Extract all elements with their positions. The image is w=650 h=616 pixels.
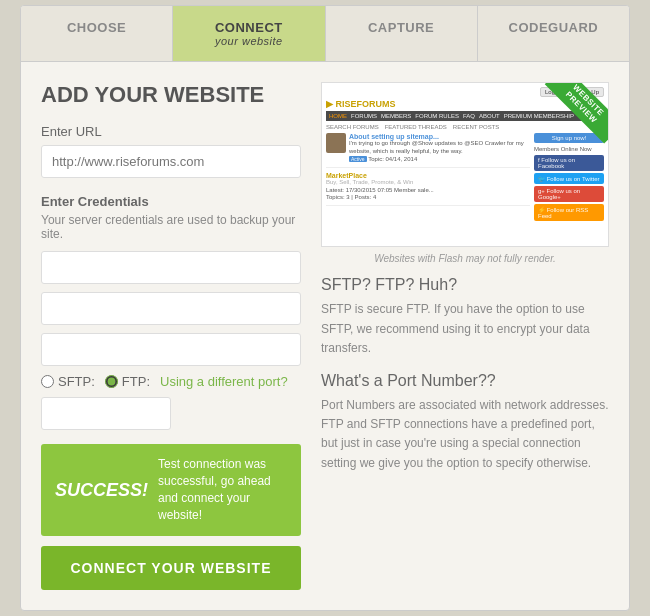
ftp-radio[interactable] xyxy=(105,375,118,388)
page-title: ADD YOUR WEBSITE xyxy=(41,82,301,108)
url-input[interactable] xyxy=(41,145,301,178)
sftp-radio[interactable] xyxy=(41,375,54,388)
port-info-title: What's a Port Number?? xyxy=(321,372,609,390)
credential-input-3[interactable] xyxy=(41,333,301,366)
connect-button[interactable]: CONNECT YOUR WEBSITE xyxy=(41,546,301,590)
url-label: Enter URL xyxy=(41,124,301,139)
tab-capture[interactable]: CAPTURE xyxy=(326,6,478,61)
sftp-label[interactable]: SFTP: xyxy=(41,374,95,389)
right-panel: WEBSITEPREVIEW Log In Sign Up ▶ RISEFORU… xyxy=(321,82,609,589)
ftp-label[interactable]: FTP: xyxy=(105,374,150,389)
main-content: ADD YOUR WEBSITE Enter URL Enter Credent… xyxy=(21,62,629,609)
sftp-info-text: SFTP is secure FTP. If you have the opti… xyxy=(321,300,609,358)
success-text: Test connection was successful, go ahead… xyxy=(158,456,287,523)
port-input[interactable] xyxy=(41,397,171,430)
tab-bar: CHOOSE CONNECT your website CAPTURE CODE… xyxy=(21,6,629,62)
success-label: SUCCESS! xyxy=(55,480,148,501)
protocol-row: SFTP: FTP: Using a different port? xyxy=(41,374,301,389)
main-container: CHOOSE CONNECT your website CAPTURE CODE… xyxy=(20,5,630,610)
tab-codeguard[interactable]: CODEGUARD xyxy=(478,6,629,61)
tab-connect[interactable]: CONNECT your website xyxy=(173,6,325,61)
website-preview: WEBSITEPREVIEW Log In Sign Up ▶ RISEFORU… xyxy=(321,82,609,247)
credentials-desc: Your server credentials are used to back… xyxy=(41,213,301,241)
success-banner: SUCCESS! Test connection was successful,… xyxy=(41,444,301,535)
credentials-title: Enter Credentials xyxy=(41,194,301,209)
port-info-text: Port Numbers are associated with network… xyxy=(321,396,609,473)
left-panel: ADD YOUR WEBSITE Enter URL Enter Credent… xyxy=(41,82,301,589)
tab-choose[interactable]: CHOOSE xyxy=(21,6,173,61)
credential-input-1[interactable] xyxy=(41,251,301,284)
sftp-info-title: SFTP? FTP? Huh? xyxy=(321,276,609,294)
credential-input-2[interactable] xyxy=(41,292,301,325)
different-port-link[interactable]: Using a different port? xyxy=(160,374,288,389)
preview-caption: Websites with Flash may not fully render… xyxy=(321,253,609,264)
